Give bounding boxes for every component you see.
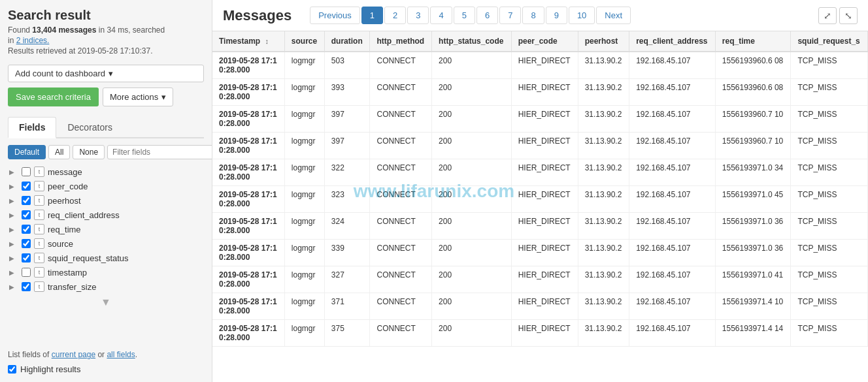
cell-timestamp: 2019-05-28 17:1 0:28.000: [212, 106, 284, 133]
cell-peerhost: 31.13.90.2: [578, 133, 629, 159]
col-http_status_code[interactable]: http_status_code: [432, 31, 512, 52]
all-fields-link[interactable]: all fields: [107, 350, 135, 359]
field-label: peer_code: [48, 182, 88, 191]
col-source[interactable]: source: [284, 31, 324, 52]
table-row[interactable]: 2019-05-28 17:1 0:28.000logmgr393CONNECT…: [212, 79, 868, 106]
field-checkbox-source[interactable]: [22, 239, 31, 248]
filter-all-button[interactable]: All: [48, 145, 70, 159]
table-row[interactable]: 2019-05-28 17:1 0:28.000logmgr397CONNECT…: [212, 133, 868, 159]
col-squid_request_s[interactable]: squid_request_s: [791, 31, 868, 52]
field-checkbox-peer_code[interactable]: [22, 182, 31, 191]
cell-duration: 397: [324, 133, 370, 159]
table-row[interactable]: 2019-05-28 17:1 0:28.000logmgr397CONNECT…: [212, 106, 868, 133]
table-row[interactable]: 2019-05-28 17:1 0:28.000logmgr323CONNECT…: [212, 186, 868, 213]
cell-timestamp: 2019-05-28 17:1 0:28.000: [212, 159, 284, 186]
col-duration[interactable]: duration: [324, 31, 370, 52]
save-search-button[interactable]: Save search criteria: [8, 88, 99, 106]
col-peerhost[interactable]: peerhost: [578, 31, 629, 52]
page-8-button[interactable]: 8: [522, 7, 544, 24]
table-row[interactable]: 2019-05-28 17:1 0:28.000logmgr371CONNECT…: [212, 293, 868, 320]
table-row[interactable]: 2019-05-28 17:1 0:28.000logmgr339CONNECT…: [212, 240, 868, 266]
field-checkbox-transfer_size[interactable]: [22, 282, 31, 291]
field-checkbox-peerhost[interactable]: [22, 196, 31, 205]
cell-peer_code: HIER_DIRECT: [511, 266, 578, 293]
cell-http_method: CONNECT: [370, 159, 432, 186]
list-item[interactable]: ▶ t peerhost: [8, 193, 204, 208]
col-req_time[interactable]: req_time: [715, 31, 791, 52]
page-6-button[interactable]: 6: [476, 7, 498, 24]
col-timestamp[interactable]: Timestamp ↕: [212, 31, 284, 52]
previous-button[interactable]: Previous: [310, 7, 360, 24]
list-item[interactable]: ▶ t peer_code: [8, 179, 204, 193]
cell-source: logmgr: [284, 106, 324, 133]
highlight-label: Highlight results: [20, 364, 81, 374]
filter-default-button[interactable]: Default: [8, 145, 46, 159]
page-3-button[interactable]: 3: [407, 7, 429, 24]
table-row[interactable]: 2019-05-28 17:1 0:28.000logmgr327CONNECT…: [212, 266, 868, 293]
collapse-button[interactable]: ⤡: [839, 7, 858, 24]
highlight-checkbox[interactable]: [8, 365, 16, 374]
cell-req_time: 1556193971.0 34: [715, 159, 791, 186]
cell-peerhost: 31.13.90.2: [578, 106, 629, 133]
tab-fields[interactable]: Fields: [8, 117, 56, 138]
table-row[interactable]: 2019-05-28 17:1 0:28.000logmgr503CONNECT…: [212, 52, 868, 79]
table-row[interactable]: 2019-05-28 17:1 0:28.000logmgr322CONNECT…: [212, 159, 868, 186]
list-item[interactable]: ▶ t timestamp: [8, 265, 204, 279]
page-9-button[interactable]: 9: [546, 7, 567, 24]
col-req_client_address[interactable]: req_client_address: [629, 31, 716, 52]
cell-squid_request_s: TCP_MISS: [791, 293, 868, 320]
next-button[interactable]: Next: [596, 7, 631, 24]
cell-http_method: CONNECT: [370, 186, 432, 213]
tab-decorators[interactable]: Decorators: [56, 117, 123, 137]
sort-icon: ↕: [265, 37, 269, 45]
cell-peer_code: HIER_DIRECT: [511, 240, 578, 266]
list-item[interactable]: ▶ t req_client_address: [8, 208, 204, 222]
field-checkbox-message[interactable]: [22, 167, 31, 176]
list-item[interactable]: ▶ t squid_request_status: [8, 251, 204, 265]
add-count-button[interactable]: Add count to dashboard ▾: [8, 65, 204, 82]
page-4-button[interactable]: 4: [430, 7, 452, 24]
table-container: Timestamp ↕ source duration http_method …: [212, 31, 868, 382]
cell-timestamp: 2019-05-28 17:1 0:28.000: [212, 213, 284, 240]
page-1-button[interactable]: 1: [361, 7, 383, 24]
cell-req_client_address: 192.168.45.107: [629, 52, 716, 79]
table-row[interactable]: 2019-05-28 17:1 0:28.000logmgr324CONNECT…: [212, 213, 868, 240]
sidebar: Search result Found 13,404 messages in 3…: [0, 0, 212, 382]
table-row[interactable]: 2019-05-28 17:1 0:28.000logmgr375CONNECT…: [212, 320, 868, 347]
col-peer_code[interactable]: peer_code: [511, 31, 578, 52]
cell-http_status_code: 200: [432, 186, 512, 213]
current-page-link[interactable]: current page: [52, 350, 95, 359]
col-http_method[interactable]: http_method: [370, 31, 432, 52]
field-checkbox-req_time[interactable]: [22, 225, 31, 234]
cell-req_client_address: 192.168.45.107: [629, 159, 716, 186]
cell-source: logmgr: [284, 52, 324, 79]
cell-timestamp: 2019-05-28 17:1 0:28.000: [212, 52, 284, 79]
cell-http_method: CONNECT: [370, 240, 432, 266]
page-7-button[interactable]: 7: [499, 7, 521, 24]
page-10-button[interactable]: 10: [569, 7, 595, 24]
more-actions-button[interactable]: More actions ▾: [103, 88, 173, 106]
cell-http_status_code: 200: [432, 240, 512, 266]
list-item[interactable]: ▶ t req_time: [8, 222, 204, 236]
cell-peer_code: HIER_DIRECT: [511, 320, 578, 347]
found-info: Found 13,404 messages in 34 ms, searched: [8, 25, 204, 35]
highlight-row: Highlight results: [8, 364, 204, 374]
cell-req_client_address: 192.168.45.107: [629, 320, 716, 347]
list-item[interactable]: ▶ t transfer_size: [8, 279, 204, 294]
field-checkbox-req_client_address[interactable]: [22, 210, 31, 219]
field-checkbox-timestamp[interactable]: [22, 268, 31, 277]
list-item[interactable]: ▶ t source: [8, 236, 204, 251]
page-2-button[interactable]: 2: [384, 7, 406, 24]
field-checkbox-squid_request_status[interactable]: [22, 253, 31, 263]
filter-fields-input[interactable]: [107, 145, 212, 159]
page-5-button[interactable]: 5: [454, 7, 475, 24]
cell-squid_request_s: TCP_MISS: [791, 320, 868, 347]
expand-icon: ▶: [9, 168, 18, 176]
cell-duration: 393: [324, 79, 370, 106]
indices-link[interactable]: 2 indices.: [16, 36, 50, 45]
list-item[interactable]: ▶ t message: [8, 165, 204, 179]
cell-http_status_code: 200: [432, 266, 512, 293]
field-type-icon: t: [34, 210, 44, 220]
filter-none-button[interactable]: None: [73, 145, 105, 159]
expand-button[interactable]: ⤢: [818, 7, 837, 24]
